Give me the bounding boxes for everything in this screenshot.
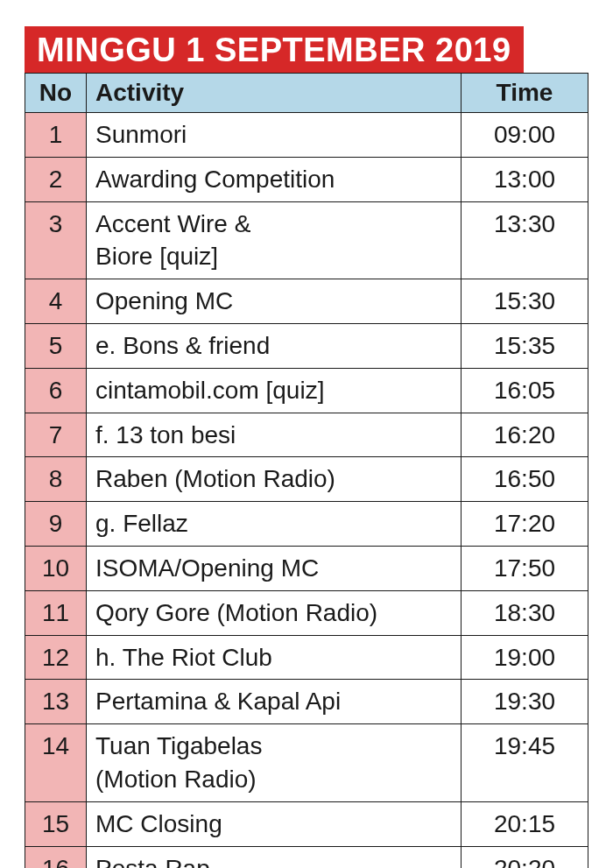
table-row: 12h. The Riot Club19:00 (25, 635, 588, 680)
table-row: 7f. 13 ton besi16:20 (25, 413, 588, 457)
cell-no: 15 (25, 801, 87, 846)
table-row: 13Pertamina & Kapal Api19:30 (25, 680, 588, 724)
table-row: 1Sunmori09:00 (25, 113, 588, 158)
table-header-row: No Activity Time (25, 74, 588, 113)
cell-activity: Sunmori (87, 113, 462, 158)
cell-no: 8 (25, 457, 87, 502)
cell-no: 3 (25, 201, 87, 279)
cell-time: 20:20 (462, 846, 588, 868)
cell-activity: e. Bons & friend (87, 323, 462, 368)
cell-activity: Pertamina & Kapal Api (87, 680, 462, 724)
cell-no: 14 (25, 724, 87, 802)
cell-activity: cintamobil.com [quiz] (87, 368, 462, 413)
header-time: Time (462, 74, 588, 113)
cell-time: 16:50 (462, 457, 588, 502)
header-activity: Activity (87, 74, 462, 113)
cell-time: 15:35 (462, 323, 588, 368)
table-row: 4Opening MC15:30 (25, 279, 588, 324)
cell-no: 12 (25, 635, 87, 680)
cell-time: 20:15 (462, 801, 588, 846)
cell-activity: MC Closing (87, 801, 462, 846)
cell-activity: f. 13 ton besi (87, 413, 462, 457)
table-row: 15MC Closing20:15 (25, 801, 588, 846)
cell-activity: Opening MC (87, 279, 462, 324)
header-no: No (25, 74, 87, 113)
cell-time: 16:05 (462, 368, 588, 413)
table-row: 3Accent Wire &Biore [quiz]13:30 (25, 201, 588, 279)
cell-no: 16 (25, 846, 87, 868)
page-title: MINGGU 1 SEPTEMBER 2019 (25, 26, 524, 73)
table-row: 14Tuan Tigabelas(Motion Radio)19:45 (25, 724, 588, 802)
cell-activity: Tuan Tigabelas(Motion Radio) (87, 724, 462, 802)
table-row: 16Pesta Rap(Motion Radio)20:20 (25, 846, 588, 868)
cell-time: 16:20 (462, 413, 588, 457)
cell-activity: Accent Wire &Biore [quiz] (87, 201, 462, 279)
cell-activity: Raben (Motion Radio) (87, 457, 462, 502)
cell-no: 6 (25, 368, 87, 413)
table-row: 10ISOMA/Opening MC17:50 (25, 546, 588, 590)
cell-no: 9 (25, 502, 87, 547)
cell-time: 17:50 (462, 546, 588, 590)
cell-time: 13:00 (462, 157, 588, 201)
cell-no: 1 (25, 113, 87, 158)
table-row: 2Awarding Competition13:00 (25, 157, 588, 201)
cell-no: 5 (25, 323, 87, 368)
cell-no: 10 (25, 546, 87, 590)
cell-no: 13 (25, 680, 87, 724)
cell-activity: Qory Gore (Motion Radio) (87, 590, 462, 635)
cell-no: 4 (25, 279, 87, 324)
cell-time: 09:00 (462, 113, 588, 158)
cell-time: 19:45 (462, 724, 588, 802)
table-row: 5e. Bons & friend15:35 (25, 323, 588, 368)
cell-activity: g. Fellaz (87, 502, 462, 547)
cell-time: 19:00 (462, 635, 588, 680)
cell-activity: Awarding Competition (87, 157, 462, 201)
cell-no: 2 (25, 157, 87, 201)
cell-time: 18:30 (462, 590, 588, 635)
cell-no: 11 (25, 590, 87, 635)
cell-time: 19:30 (462, 680, 588, 724)
cell-activity: ISOMA/Opening MC (87, 546, 462, 590)
table-row: 6cintamobil.com [quiz]16:05 (25, 368, 588, 413)
cell-time: 15:30 (462, 279, 588, 324)
cell-activity: Pesta Rap(Motion Radio) (87, 846, 462, 868)
schedule-table: No Activity Time 1Sunmori09:002Awarding … (25, 73, 588, 868)
table-row: 8Raben (Motion Radio)16:50 (25, 457, 588, 502)
cell-no: 7 (25, 413, 87, 457)
cell-activity: h. The Riot Club (87, 635, 462, 680)
cell-time: 17:20 (462, 502, 588, 547)
table-row: 11Qory Gore (Motion Radio)18:30 (25, 590, 588, 635)
table-row: 9g. Fellaz17:20 (25, 502, 588, 547)
cell-time: 13:30 (462, 201, 588, 279)
